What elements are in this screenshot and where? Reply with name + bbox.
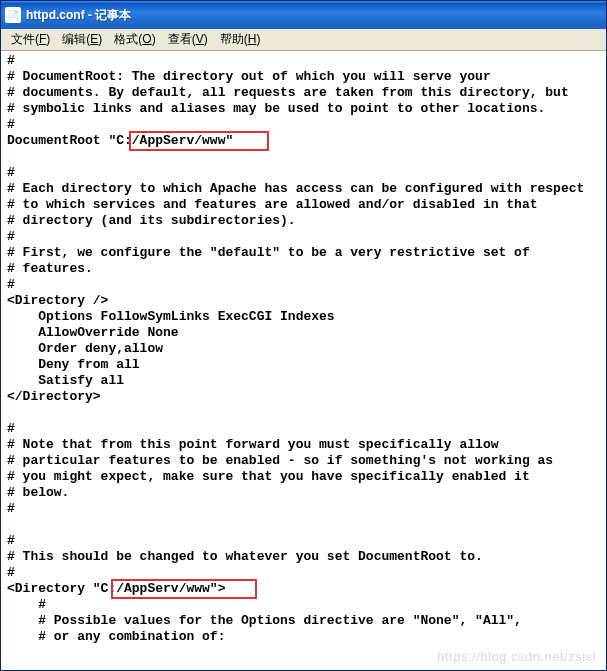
text-line[interactable]: # (7, 229, 600, 245)
text-line[interactable]: AllowOverride None (7, 325, 600, 341)
text-line[interactable]: # you might expect, make sure that you h… (7, 469, 600, 485)
text-area[interactable]: ## DocumentRoot: The directory out of wh… (1, 51, 606, 670)
text-line[interactable] (7, 517, 600, 533)
text-line[interactable] (7, 405, 600, 421)
text-line[interactable]: # Possible values for the Options direct… (7, 613, 600, 629)
window-title: httpd.conf - 记事本 (26, 7, 131, 24)
text-line[interactable]: # features. (7, 261, 600, 277)
text-line[interactable]: # to which services and features are all… (7, 197, 600, 213)
text-line[interactable]: <Directory "C:/AppServ/www"> (7, 581, 600, 597)
text-line[interactable]: # below. (7, 485, 600, 501)
text-line[interactable]: # particular features to be enabled - so… (7, 453, 600, 469)
text-line[interactable]: # (7, 565, 600, 581)
menu-view[interactable]: 查看(V) (162, 29, 214, 50)
text-line[interactable]: # (7, 597, 600, 613)
menu-help[interactable]: 帮助(H) (214, 29, 267, 50)
text-line[interactable]: # documents. By default, all requests ar… (7, 85, 600, 101)
text-line[interactable]: </Directory> (7, 389, 600, 405)
text-line[interactable]: DocumentRoot "C:/AppServ/www" (7, 133, 600, 149)
text-line[interactable]: # First, we configure the "default" to b… (7, 245, 600, 261)
title-bar: 📄 httpd.conf - 记事本 (1, 1, 606, 29)
text-line[interactable]: # symbolic links and aliases may be used… (7, 101, 600, 117)
text-line[interactable]: # (7, 533, 600, 549)
text-line[interactable]: # (7, 277, 600, 293)
text-line[interactable]: # (7, 117, 600, 133)
menu-bar: 文件(F) 编辑(E) 格式(O) 查看(V) 帮助(H) (1, 29, 606, 51)
menu-file[interactable]: 文件(F) (5, 29, 56, 50)
text-line[interactable]: Order deny,allow (7, 341, 600, 357)
text-line[interactable]: Options FollowSymLinks ExecCGI Indexes (7, 309, 600, 325)
text-line[interactable]: # (7, 501, 600, 517)
text-line[interactable]: # DocumentRoot: The directory out of whi… (7, 69, 600, 85)
notepad-icon: 📄 (5, 7, 21, 23)
menu-format[interactable]: 格式(O) (108, 29, 161, 50)
text-line[interactable]: # (7, 421, 600, 437)
text-line[interactable]: Satisfy all (7, 373, 600, 389)
watermark: https://blog.csdn.net/zsisi (437, 649, 596, 664)
text-line[interactable]: Deny from all (7, 357, 600, 373)
text-line[interactable]: # (7, 165, 600, 181)
editor-content[interactable]: ## DocumentRoot: The directory out of wh… (7, 53, 600, 645)
text-line[interactable] (7, 149, 600, 165)
text-line[interactable]: # directory (and its subdirectories). (7, 213, 600, 229)
text-line[interactable]: # (7, 53, 600, 69)
text-line[interactable]: # Each directory to which Apache has acc… (7, 181, 600, 197)
text-line[interactable]: <Directory /> (7, 293, 600, 309)
menu-edit[interactable]: 编辑(E) (56, 29, 108, 50)
text-line[interactable]: # This should be changed to whatever you… (7, 549, 600, 565)
text-line[interactable]: # or any combination of: (7, 629, 600, 645)
text-line[interactable]: # Note that from this point forward you … (7, 437, 600, 453)
